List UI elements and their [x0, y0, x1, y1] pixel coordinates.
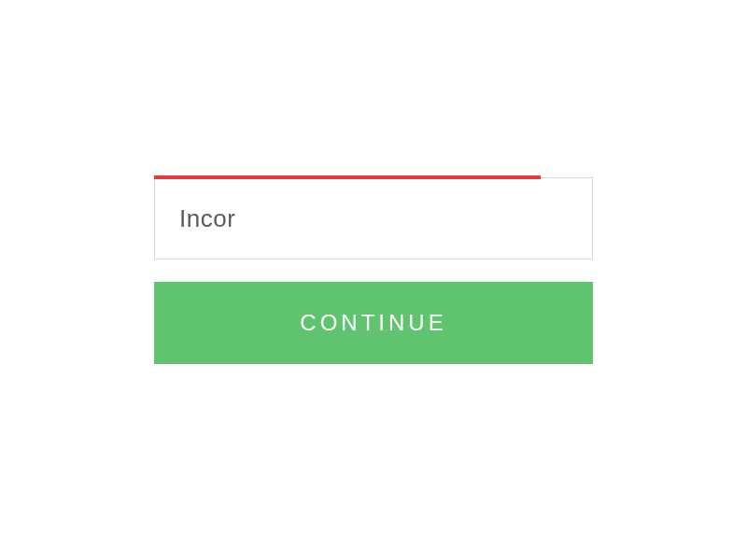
continue-button[interactable]: CONTINUE	[154, 282, 593, 364]
form-container: CONTINUE	[154, 177, 593, 364]
text-input[interactable]	[154, 177, 593, 259]
input-wrapper	[154, 177, 593, 259]
input-progress-bar	[154, 175, 541, 179]
